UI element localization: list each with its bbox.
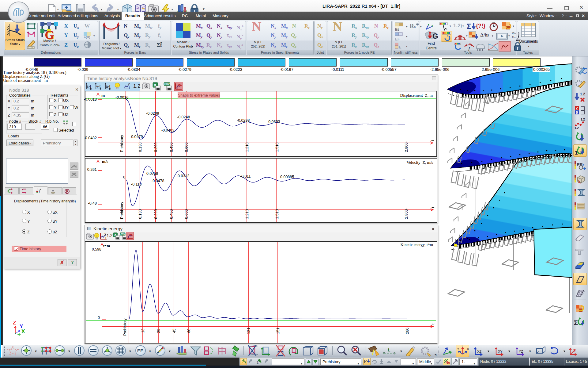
svg-text:-0.0248: -0.0248 [177,115,190,119]
svg-text:X: X [21,328,25,334]
svg-text:X: X [467,347,469,351]
svg-text:G: G [432,32,438,40]
svg-text:0.290: 0.290 [154,142,158,152]
svg-text:0.450: 0.450 [169,209,174,219]
svg-text:Displacement Z, m: Displacement Z, m [400,93,433,98]
svg-text:-0.0293: -0.0293 [237,118,250,123]
svg-text:1.2: 1.2 [575,126,579,130]
svg-text:2.800: 2.800 [404,142,409,152]
svg-text:Σ: Σ [257,361,258,364]
svg-text:0.130: 0.130 [138,142,142,152]
svg-text:0.00885: 0.00885 [280,175,294,179]
svg-text:0: 0 [98,316,100,320]
svg-text:1.510: 1.510 [275,142,279,152]
svg-text:CSV: CSV [164,82,170,86]
svg-text:45: 45 [172,329,176,333]
svg-text:0.290: 0.290 [154,209,158,219]
svg-text:a(X): a(X) [84,35,90,39]
svg-text:1.210: 1.210 [245,209,249,219]
svg-text:1.210: 1.210 [245,142,249,152]
svg-text:1: 1 [128,86,130,90]
svg-text:-0.0209: -0.0209 [146,111,159,116]
svg-text:-0.0482: -0.0482 [84,136,97,140]
svg-text:-0.0016: -0.0016 [115,95,128,100]
svg-text:XY: XY [498,350,503,353]
svg-text:Σ: Σ [574,319,578,327]
svg-text:No: No [446,361,450,364]
svg-text:Kinetic energy, t*m: Kinetic energy, t*m [401,242,433,247]
svg-text:0.598: 0.598 [92,247,101,251]
svg-text:E1: E1 [395,28,399,31]
svg-text:0.0758: 0.0758 [146,171,158,176]
svg-text:-0.48: -0.48 [88,201,97,205]
svg-text:m: m [101,93,105,98]
svg-text:13: 13 [141,329,145,333]
svg-text:2: 2 [128,82,130,86]
svg-text:-0.0303: -0.0303 [267,120,280,124]
svg-text:s-t: s-t [87,84,91,89]
svg-text:0.0312: 0.0312 [178,174,189,178]
svg-text:Z: Z [13,320,16,326]
svg-text:121: 121 [247,328,251,334]
svg-text:CSV: CSV [120,233,125,236]
svg-text:YZ: YZ [519,350,523,353]
svg-text:a-t: a-t [106,84,111,89]
svg-text:t: t [39,190,40,194]
svg-text:t: t [431,324,435,325]
svg-text:0: 0 [123,175,125,179]
svg-text:XZ: XZ [477,350,481,353]
svg-text:0.130: 0.130 [138,209,142,219]
svg-text:L: L [388,347,390,352]
svg-text:60: 60 [187,329,191,333]
svg-text:29: 29 [156,329,161,333]
svg-text:EF: EF [137,348,143,353]
svg-text:2: 2 [576,106,578,110]
svg-text:1.510: 1.510 [275,209,279,219]
svg-text:P: P [66,190,68,193]
svg-text:-0.118: -0.118 [131,182,142,186]
svg-text:0.450: 0.450 [169,142,174,152]
svg-text:t*m: t*m [103,243,110,248]
svg-text:-0.0478: -0.0478 [151,179,164,183]
svg-text:eo: eo [512,35,516,39]
svg-text:2.800: 2.800 [404,209,409,219]
svg-text:Y: Y [457,347,459,351]
svg-text:151: 151 [276,328,280,334]
svg-text:-0.0018: -0.0018 [84,97,97,102]
svg-text:f: f [468,46,470,52]
svg-text:6: 6 [576,110,578,115]
svg-text:1.2: 1.2 [580,92,585,96]
svg-text:-0.0479: -0.0479 [130,135,143,139]
svg-text:v-t: v-t [96,84,101,89]
svg-text:-0.0403: -0.0403 [161,128,174,132]
svg-text:E: E [399,45,401,49]
svg-text:-0.011: -0.011 [240,174,251,178]
svg-text:Prehistory: Prehistory [120,201,124,219]
svg-text:EF: EF [395,37,400,41]
svg-text:m/s: m/s [102,159,108,164]
svg-text:0.261: 0.261 [87,167,97,172]
svg-text:1.2: 1.2 [581,118,585,121]
svg-text:t: t [431,207,435,208]
svg-text:0.600: 0.600 [184,142,189,152]
svg-text:t: t [431,140,435,141]
svg-text:0.600: 0.600 [184,209,189,219]
svg-text:Velocity Z, m/s: Velocity Z, m/s [407,160,433,165]
svg-text:280: 280 [405,328,409,334]
svg-text:Prehistory: Prehistory [123,318,127,336]
svg-text:z: z [462,345,463,348]
svg-text:Prehistory: Prehistory [120,135,124,152]
